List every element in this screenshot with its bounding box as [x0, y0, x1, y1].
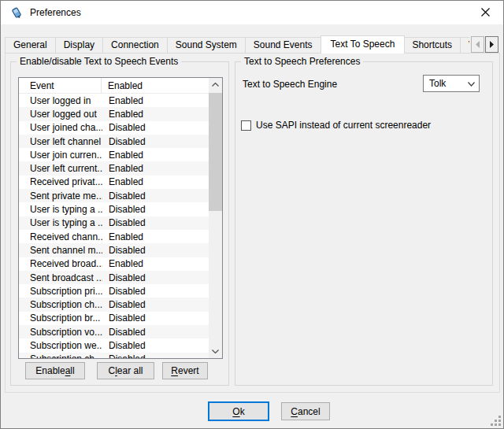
event-status-cell: Disabled	[102, 286, 146, 297]
tab-bar: GeneralDisplayConnectionSound SystemSoun…	[5, 35, 469, 54]
sapi-checkbox[interactable]	[241, 120, 251, 131]
event-row[interactable]: Received chann...Enabled	[19, 230, 209, 243]
tab-connection[interactable]: Connection	[103, 37, 168, 54]
arrow-left-icon	[475, 41, 480, 48]
event-status-cell: Disabled	[102, 136, 146, 147]
event-row[interactable]: Sent private me...Disabled	[19, 189, 209, 202]
event-row[interactable]: Subscription br...Disabled	[19, 312, 209, 325]
event-name-cell: User logged in	[19, 95, 102, 106]
event-row[interactable]: User is typing a ...Disabled	[19, 202, 209, 216]
scrollbar-up-icon[interactable]	[209, 78, 222, 91]
tab-text-to-speech[interactable]: Text To Speech	[321, 35, 406, 54]
event-row[interactable]: Sent channel m...Disabled	[19, 243, 209, 257]
event-status-cell: Enabled	[102, 95, 143, 106]
events-list-scrollbar[interactable]	[209, 78, 222, 358]
event-name-cell: User joined cha...	[19, 122, 102, 133]
app-icon	[10, 6, 23, 19]
scrollbar-thumb[interactable]	[209, 93, 222, 211]
event-name-cell: Sent broadcast ...	[19, 272, 102, 283]
titlebar[interactable]: Preferences	[1, 1, 503, 24]
event-row[interactable]: User left channelDisabled	[19, 135, 209, 148]
event-row[interactable]: User is typing a ...Disabled	[19, 216, 209, 230]
event-status-cell: Disabled	[102, 122, 146, 133]
sapi-checkbox-row[interactable]: Use SAPI instead of current screenreader	[241, 120, 431, 131]
tts-events-group: Enable/disable Text to Speech Events Eve…	[10, 61, 229, 386]
enable-all-button[interactable]: Enable all	[25, 362, 85, 379]
event-name-cell: Sent private me...	[19, 190, 102, 202]
event-status-cell: Enabled	[102, 150, 143, 161]
event-status-cell: Disabled	[102, 340, 146, 351]
resize-grip[interactable]	[491, 416, 501, 426]
event-status-cell: Enabled	[102, 258, 143, 269]
event-name-cell: User left channel	[19, 136, 102, 147]
event-status-cell: Enabled	[102, 176, 143, 187]
close-button[interactable]	[468, 1, 503, 24]
event-name-cell: Subscription ch...	[19, 299, 102, 310]
tts-engine-label: Text to Speech Engine	[243, 79, 337, 90]
event-status-cell: Disabled	[102, 327, 146, 338]
ok-button[interactable]: Ok	[208, 401, 269, 421]
tab-scroll-buttons	[470, 36, 498, 53]
event-row[interactable]: Subscription pri...Disabled	[19, 284, 209, 298]
event-name-cell: Received privat...	[19, 176, 102, 187]
tts-preferences-group: Text to Speech Preferences Text to Speec…	[235, 61, 493, 386]
tab-display[interactable]: Display	[56, 37, 103, 54]
arrow-right-icon	[489, 41, 495, 48]
event-name-cell: User join curren...	[19, 150, 102, 161]
events-list-header[interactable]: Event Enabled	[19, 78, 209, 94]
event-name-cell: Subscription pri...	[19, 286, 102, 297]
tts-events-list[interactable]: Event Enabled User logged inEnabledUser …	[18, 77, 223, 359]
event-status-cell: Enabled	[102, 109, 143, 120]
event-status-cell: Disabled	[102, 217, 146, 228]
event-status-cell: Disabled	[102, 353, 146, 358]
tts-engine-select[interactable]: Tolk	[423, 75, 480, 92]
event-status-cell: Disabled	[102, 272, 146, 283]
event-row[interactable]: Subscription ch...Disabled	[19, 353, 209, 358]
event-row[interactable]: User join curren...Enabled	[19, 148, 209, 161]
event-name-cell: Subscription we...	[19, 340, 102, 351]
cancel-button[interactable]: Cancel	[281, 402, 330, 420]
event-row[interactable]: Subscription ch...Disabled	[19, 298, 209, 311]
event-row[interactable]: User left current...Enabled	[19, 161, 209, 175]
event-name-cell: Subscription ch...	[19, 353, 102, 358]
tts-engine-value: Tolk	[429, 78, 446, 89]
tab-video[interactable]: Video	[461, 37, 469, 54]
revert-button[interactable]: Revert	[162, 362, 208, 379]
event-status-cell: Enabled	[102, 231, 143, 242]
close-icon	[481, 8, 490, 17]
tab-scroll-right-button[interactable]	[485, 36, 498, 53]
clear-all-button[interactable]: Clear all	[97, 362, 154, 379]
preferences-window: Preferences GeneralDisplayConnectionSoun…	[0, 0, 504, 429]
tts-preferences-group-title: Text to Speech Preferences	[241, 56, 363, 67]
tab-sound-system[interactable]: Sound System	[168, 37, 246, 54]
tab-scroll-left-button[interactable]	[471, 36, 484, 53]
event-name-cell: Subscription vo...	[19, 327, 102, 338]
tab-shortcuts[interactable]: Shortcuts	[404, 37, 461, 54]
tab-sound-events[interactable]: Sound Events	[246, 37, 321, 54]
window-title: Preferences	[30, 7, 81, 18]
event-status-cell: Enabled	[102, 163, 143, 174]
event-status-cell: Disabled	[102, 313, 146, 324]
event-name-cell: User is typing a ...	[19, 204, 102, 215]
event-name-cell: User left current...	[19, 163, 102, 174]
event-name-cell: Subscription br...	[19, 313, 102, 324]
events-list-rows: User logged inEnabledUser logged outEnab…	[19, 94, 209, 358]
event-status-cell: Disabled	[102, 245, 146, 256]
event-row[interactable]: User logged inEnabled	[19, 94, 209, 107]
event-row[interactable]: Sent broadcast ...Disabled	[19, 271, 209, 284]
column-header-event[interactable]: Event	[19, 78, 102, 93]
event-row[interactable]: Subscription vo...Disabled	[19, 325, 209, 338]
event-row[interactable]: User joined cha...Disabled	[19, 121, 209, 135]
scrollbar-down-icon[interactable]	[209, 345, 222, 358]
event-name-cell: Sent channel m...	[19, 245, 102, 256]
chevron-down-icon	[468, 82, 475, 87]
event-row[interactable]: Subscription we...Disabled	[19, 338, 209, 352]
tts-events-group-title: Enable/disable Text to Speech Events	[17, 56, 181, 67]
event-name-cell: User logged out	[19, 109, 102, 120]
event-name-cell: Received broad...	[19, 258, 102, 269]
column-header-enabled[interactable]: Enabled	[102, 78, 209, 93]
event-row[interactable]: User logged outEnabled	[19, 107, 209, 120]
event-row[interactable]: Received broad...Enabled	[19, 257, 209, 271]
event-row[interactable]: Received privat...Enabled	[19, 176, 209, 189]
tab-general[interactable]: General	[5, 37, 56, 54]
